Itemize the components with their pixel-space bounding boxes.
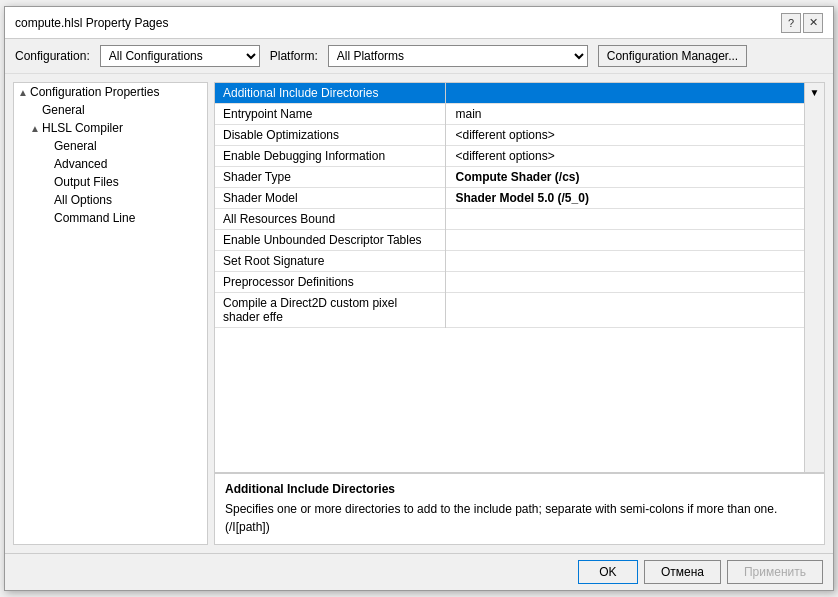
property-name-1: Entrypoint Name <box>215 104 445 125</box>
table-row[interactable]: Disable Optimizations<different options> <box>215 125 824 146</box>
close-button[interactable]: ✕ <box>803 13 823 33</box>
tree-item-2[interactable]: ▲HLSL Compiler <box>14 119 207 137</box>
description-panel: Additional Include Directories Specifies… <box>215 472 824 544</box>
table-row[interactable]: Shader ModelShader Model 5.0 (/5_0) <box>215 188 824 209</box>
tree-item-label-3: General <box>54 139 97 153</box>
right-panel: ▼ Additional Include DirectoriesEntrypoi… <box>214 82 825 545</box>
help-button[interactable]: ? <box>781 13 801 33</box>
tree-item-label-2: HLSL Compiler <box>42 121 123 135</box>
description-title: Additional Include Directories <box>225 482 814 496</box>
property-name-8: Set Root Signature <box>215 251 445 272</box>
property-value-6 <box>445 209 824 230</box>
tree-item-1[interactable]: General <box>14 101 207 119</box>
property-name-2: Disable Optimizations <box>215 125 445 146</box>
tree-item-3[interactable]: General <box>14 137 207 155</box>
tree-item-4[interactable]: Advanced <box>14 155 207 173</box>
property-value-10 <box>445 293 824 328</box>
property-name-3: Enable Debugging Information <box>215 146 445 167</box>
table-row[interactable]: Set Root Signature <box>215 251 824 272</box>
property-value-4: Compute Shader (/cs) <box>445 167 824 188</box>
property-name-0: Additional Include Directories <box>215 83 445 104</box>
window-title: compute.hlsl Property Pages <box>15 16 168 30</box>
configuration-label: Configuration: <box>15 49 90 63</box>
property-value-5: Shader Model 5.0 (/5_0) <box>445 188 824 209</box>
tree-item-5[interactable]: Output Files <box>14 173 207 191</box>
tree-item-0[interactable]: ▲Configuration Properties <box>14 83 207 101</box>
property-name-6: All Resources Bound <box>215 209 445 230</box>
table-row[interactable]: Additional Include Directories <box>215 83 824 104</box>
property-value-7 <box>445 230 824 251</box>
ok-button[interactable]: OK <box>578 560 638 584</box>
configuration-manager-button[interactable]: Configuration Manager... <box>598 45 747 67</box>
property-table-wrap: ▼ Additional Include DirectoriesEntrypoi… <box>215 83 824 472</box>
tree-item-label-5: Output Files <box>54 175 119 189</box>
table-row[interactable]: Enable Unbounded Descriptor Tables <box>215 230 824 251</box>
property-value-2: <different options> <box>445 125 824 146</box>
config-row: Configuration: All Configurations Platfo… <box>5 39 833 74</box>
title-bar-buttons: ? ✕ <box>781 13 823 33</box>
cancel-button[interactable]: Отмена <box>644 560 721 584</box>
platform-label: Platform: <box>270 49 318 63</box>
left-panel: ▲Configuration PropertiesGeneral▲HLSL Co… <box>13 82 208 545</box>
tree-item-6[interactable]: All Options <box>14 191 207 209</box>
property-value-8 <box>445 251 824 272</box>
table-row[interactable]: Compile a Direct2D custom pixel shader e… <box>215 293 824 328</box>
property-value-1: main <box>445 104 824 125</box>
title-bar: compute.hlsl Property Pages ? ✕ <box>5 7 833 39</box>
tree-item-label-4: Advanced <box>54 157 107 171</box>
platform-select[interactable]: All Platforms <box>328 45 588 67</box>
property-value-9 <box>445 272 824 293</box>
table-row[interactable]: Preprocessor Definitions <box>215 272 824 293</box>
configuration-select[interactable]: All Configurations <box>100 45 260 67</box>
tree-item-label-7: Command Line <box>54 211 135 225</box>
property-name-5: Shader Model <box>215 188 445 209</box>
footer: OK Отмена Применить <box>5 553 833 590</box>
property-table: Additional Include DirectoriesEntrypoint… <box>215 83 824 328</box>
apply-button[interactable]: Применить <box>727 560 823 584</box>
property-name-9: Preprocessor Definitions <box>215 272 445 293</box>
main-content: ▲Configuration PropertiesGeneral▲HLSL Co… <box>5 74 833 553</box>
tree-item-label-6: All Options <box>54 193 112 207</box>
table-row[interactable]: Enable Debugging Information<different o… <box>215 146 824 167</box>
dropdown-arrow-icon[interactable]: ▼ <box>804 83 824 472</box>
property-value-3: <different options> <box>445 146 824 167</box>
table-row[interactable]: All Resources Bound <box>215 209 824 230</box>
property-name-7: Enable Unbounded Descriptor Tables <box>215 230 445 251</box>
tree-item-label-0: Configuration Properties <box>30 85 159 99</box>
table-row[interactable]: Shader TypeCompute Shader (/cs) <box>215 167 824 188</box>
description-text: Specifies one or more directories to add… <box>225 500 814 536</box>
property-name-10: Compile a Direct2D custom pixel shader e… <box>215 293 445 328</box>
property-value-0 <box>445 83 824 104</box>
property-pages-dialog: compute.hlsl Property Pages ? ✕ Configur… <box>4 6 834 591</box>
table-row[interactable]: Entrypoint Namemain <box>215 104 824 125</box>
tree-item-label-1: General <box>42 103 85 117</box>
property-name-4: Shader Type <box>215 167 445 188</box>
tree-item-7[interactable]: Command Line <box>14 209 207 227</box>
